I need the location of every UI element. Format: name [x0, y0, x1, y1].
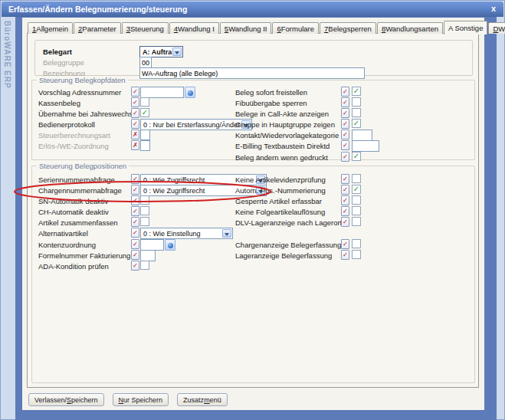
dlv-lageranzeige-nach-lagerort-checkbox[interactable]: [352, 217, 361, 226]
chargenanzeige-belegerfassung-label: Chargenanzeige Belegerfassung: [235, 241, 341, 249]
form-row-kassenbeleg: Kassenbeleg✓: [38, 97, 238, 108]
beleg-ndern-wenn-gedruckt-checkbox[interactable]: ✓: [352, 152, 361, 161]
gruppe-in-hauptgruppe-zeigen-checkbox[interactable]: ✓: [352, 119, 361, 128]
verlassen-speichern-button[interactable]: Verlassen/Speichern: [28, 393, 104, 406]
autom-pos-nummerierung-label: Autom. Pos.-Nummerierung: [235, 186, 326, 195]
tab-4-wandlung-i[interactable]: 4 Wandlung I: [169, 22, 219, 34]
keine-folgeartikelaufl-sung-checkbox[interactable]: [352, 206, 361, 215]
beleg-sofort-freistellen-checkbox[interactable]: ✓: [352, 87, 361, 96]
edit-flag-check-icon[interactable]: ✓: [341, 239, 349, 249]
edit-flag-check-icon[interactable]: ✓: [341, 108, 349, 118]
formelnummer-fakturierung-input[interactable]: [140, 250, 156, 261]
edit-flag-check-icon[interactable]: ✓: [131, 228, 139, 238]
belegart-dropdown[interactable]: A: Auftrag: [139, 46, 183, 57]
tab-2-parameter[interactable]: 2 Parameter: [74, 22, 121, 34]
tab-1-allgemein[interactable]: 1 Allgemein: [28, 22, 73, 34]
edit-flag-check-icon[interactable]: ✓: [341, 195, 349, 205]
keine-artikelevidenzpr-fung-checkbox[interactable]: [352, 174, 361, 183]
form-row-fibu-bergabe-sperren: Fibuübergabe sperren✓: [235, 97, 473, 108]
tab-a-sonstige[interactable]: A Sonstige: [444, 21, 487, 34]
steuerberechnungsart-field[interactable]: [140, 130, 150, 140]
tab-3-steuerung[interactable]: 3 Steuerung: [122, 22, 169, 34]
edit-flag-check-icon[interactable]: ✓: [341, 217, 349, 227]
edit-flag-check-icon[interactable]: ✓: [131, 87, 139, 97]
edit-flag-check-icon[interactable]: ✓: [131, 195, 139, 205]
form-row-e-billing-textbaustein-direktd: E-Billing Textbaustein Direktd✓: [235, 140, 473, 151]
ada-kondition-pr-fen-checkbox[interactable]: [140, 261, 149, 270]
vorschlag-adressnummer-input[interactable]: [140, 87, 184, 98]
sn-automatik-deaktiv-checkbox[interactable]: [140, 195, 149, 205]
kassenbeleg-checkbox[interactable]: [140, 97, 149, 107]
belege-in-call-akte-anzeigen-checkbox[interactable]: [352, 108, 361, 117]
zusatzmen-button[interactable]: Zusatzmenü: [177, 393, 228, 406]
beleggruppe-label: Beleggruppe: [43, 58, 84, 67]
nur-speichern-button[interactable]: Nur Speichern: [113, 393, 169, 406]
form-row-vorschlag-adressnummer: Vorschlag Adressnummer✓: [38, 87, 238, 97]
group-belegkopfdaten: Steuerung Belegkopfdaten Vorschlag Adres…: [31, 80, 475, 160]
form-row-gesperrte-artikel-erfassbar: Gesperrte Artikel erfassbar✓: [235, 195, 473, 206]
edit-flag-check-icon[interactable]: ✓: [341, 119, 349, 129]
bernahme-bei-jahreswechsel-label: Übernahme bei Jahreswechsel: [38, 110, 138, 118]
fibu-bergabe-sperren-checkbox[interactable]: [352, 97, 361, 107]
edit-flag-check-icon[interactable]: ✓: [341, 250, 349, 260]
lageranzeige-belegerfassung-checkbox[interactable]: [352, 250, 361, 259]
tab-6-formulare[interactable]: 6 Formulare: [272, 22, 319, 34]
lageranzeige-belegerfassung-label: Lageranzeige Belegerfassung: [235, 251, 332, 260]
edit-flag-check-icon[interactable]: ✓: [131, 239, 139, 249]
lookup-icon[interactable]: [185, 87, 195, 98]
edit-flag-cross-icon[interactable]: ✗: [131, 130, 139, 139]
autom-pos-nummerierung-checkbox[interactable]: ✓: [352, 185, 361, 194]
edit-flag-check-icon[interactable]: ✓: [131, 217, 139, 227]
kontenzuordnung-input[interactable]: [140, 239, 164, 251]
edit-flag-check-icon[interactable]: ✓: [131, 119, 139, 129]
form-row-dlv-lageranzeige-nach-lagerort: DLV-Lageranzeige nach Lagerort✓: [235, 217, 473, 228]
edit-flag-check-icon[interactable]: ✓: [341, 185, 349, 195]
kontakt-wiedervorlagekategorie-input[interactable]: [352, 130, 372, 141]
titlebar[interactable]: Erfassen/Ändern Belegnumerierung/steueru…: [2, 2, 503, 17]
edit-flag-check-icon[interactable]: ✓: [341, 152, 349, 162]
edit-flag-check-icon[interactable]: ✓: [341, 174, 349, 184]
beleggruppe-input[interactable]: 00: [139, 57, 152, 68]
edit-flag-check-icon[interactable]: ✓: [131, 174, 139, 184]
edit-flag-check-icon[interactable]: ✓: [341, 140, 349, 150]
edit-flag-check-icon[interactable]: ✓: [341, 87, 349, 97]
document-header-box: Belegart A: Auftrag Beleggruppe 00 Bezei…: [34, 40, 473, 76]
tab-5-wandlung-ii[interactable]: 5 Wandlung II: [220, 22, 272, 34]
bernahme-bei-jahreswechsel-checkbox[interactable]: ✓: [140, 108, 149, 117]
tab-d-wfl-tb[interactable]: D WFL/TB: [488, 22, 505, 34]
edit-flag-check-icon[interactable]: ✓: [131, 261, 139, 271]
chargennummernabfrage-label: Chargennummernabfrage: [38, 186, 122, 195]
edit-flag-check-icon[interactable]: ✓: [131, 185, 139, 195]
footer-button-row: Verlassen/SpeichernNur SpeichernZusatzme…: [28, 393, 228, 406]
artikel-zusammenfassen-checkbox[interactable]: [140, 217, 149, 226]
beleg-sofort-freistellen-label: Beleg sofort freistellen: [235, 88, 307, 97]
e-billing-textbaustein-direktd-input[interactable]: [352, 140, 379, 152]
form-row-gruppe-in-hauptgruppe-zeigen: Gruppe in Hauptgruppe zeigen✓✓: [235, 119, 473, 130]
gesperrte-artikel-erfassbar-checkbox[interactable]: [352, 195, 361, 205]
form-row-keine-folgeartikelaufl-sung: Keine Folgeartikelauflösung✓: [235, 206, 473, 217]
tab-8-wandlungsarten[interactable]: 8 Wandlungsarten: [377, 22, 443, 34]
e-billing-textbaustein-direktd-label: E-Billing Textbaustein Direktd: [235, 142, 330, 150]
formelnummer-fakturierung-label: Formelnummer Fakturierung: [38, 251, 130, 260]
edit-flag-check-icon[interactable]: ✓: [131, 108, 139, 118]
chargenanzeige-belegerfassung-checkbox[interactable]: [352, 239, 361, 248]
edit-flag-check-icon[interactable]: ✓: [131, 97, 139, 107]
edit-flag-check-icon[interactable]: ✓: [341, 130, 349, 139]
edit-flag-cross-icon[interactable]: ✗: [131, 140, 139, 150]
close-icon[interactable]: x: [491, 4, 496, 13]
keine-folgeartikelaufl-sung-label: Keine Folgeartikelauflösung: [235, 208, 325, 216]
window-title: Erfassen/Ändern Belegnumerierung/steueru…: [8, 5, 187, 14]
edit-flag-check-icon[interactable]: ✓: [341, 206, 349, 216]
dropdown-arrow-icon[interactable]: [172, 48, 182, 56]
edit-flag-check-icon[interactable]: ✓: [341, 97, 349, 107]
lookup-icon[interactable]: [165, 239, 175, 251]
bezeichnung-input[interactable]: WA-Auftrag (alle Belege): [139, 67, 365, 79]
ch-automatik-deaktiv-checkbox[interactable]: [140, 206, 149, 215]
edit-flag-check-icon[interactable]: ✓: [131, 206, 139, 216]
group2-right-column: Keine Artikelevidenzprüfung✓Autom. Pos.-…: [235, 174, 473, 261]
alternativartikel-dropdown[interactable]: 0 : Wie Einstellung: [140, 228, 233, 239]
dropdown-arrow-icon[interactable]: [222, 229, 231, 238]
edit-flag-check-icon[interactable]: ✓: [131, 250, 139, 260]
erl-s-we-zuordnung-field[interactable]: [140, 140, 150, 151]
tab-7-belegsperren[interactable]: 7 Belegsperren: [320, 22, 376, 34]
